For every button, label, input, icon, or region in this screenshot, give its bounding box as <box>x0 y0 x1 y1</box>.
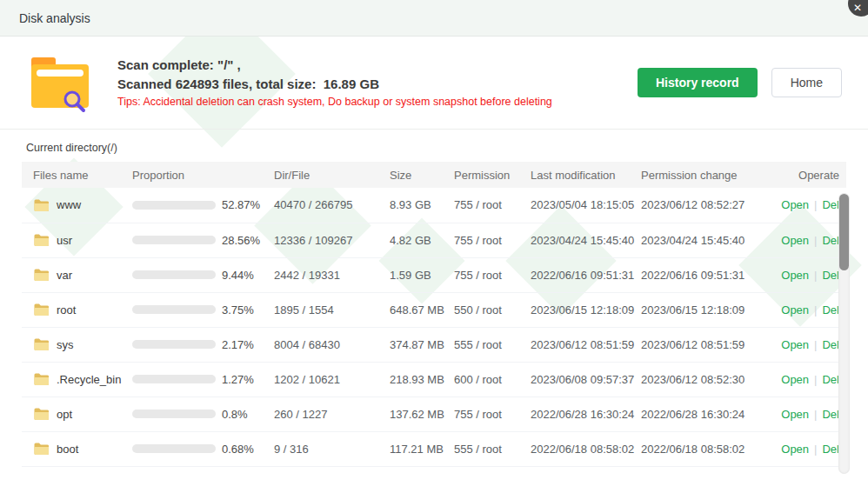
delete-link[interactable]: Del <box>822 443 839 456</box>
progress-bar <box>132 340 216 349</box>
permission-change-value: 2022/06/18 08:58:02 <box>641 431 765 466</box>
operate-cell: Open|Del <box>765 327 846 362</box>
open-link[interactable]: Open <box>781 234 809 247</box>
permission-value: 755 / root <box>454 257 531 292</box>
delete-link[interactable]: Del <box>822 269 839 282</box>
file-name: sys <box>57 338 74 351</box>
delete-link[interactable]: Del <box>822 198 839 211</box>
scan-tips: Tips: Accidental deletion can crash syst… <box>117 96 552 108</box>
folder-icon <box>33 198 49 212</box>
col-header-permission-change: Permission change <box>641 162 765 188</box>
action-separator: | <box>814 338 817 351</box>
history-record-button[interactable]: History record <box>638 68 758 97</box>
operate-cell: Open|Del <box>765 188 846 223</box>
dir-file-count: 8004 / 68430 <box>274 327 390 362</box>
delete-link[interactable]: Del <box>822 408 839 421</box>
dir-file-count: 1895 / 1554 <box>274 292 390 327</box>
file-name-cell: .Recycle_bin <box>33 372 132 386</box>
last-modification-value: 2023/06/12 08:51:59 <box>531 327 641 362</box>
proportion-value: 9.44% <box>222 269 254 282</box>
open-link[interactable]: Open <box>781 303 809 316</box>
progress-bar <box>132 201 216 210</box>
size-value: 137.62 MB <box>390 396 454 431</box>
file-name: var <box>57 269 72 282</box>
home-button[interactable]: Home <box>771 68 842 97</box>
action-separator: | <box>814 303 817 316</box>
permission-change-value: 2023/06/12 08:52:27 <box>641 188 765 223</box>
delete-link[interactable]: Del <box>822 234 839 247</box>
proportion-cell: 2.17% <box>132 338 274 351</box>
open-link[interactable]: Open <box>781 408 809 421</box>
open-link[interactable]: Open <box>781 443 809 456</box>
current-directory-label: Current directory(/) <box>26 142 842 154</box>
dir-file-count: 1202 / 10621 <box>274 362 390 396</box>
table-row: opt 0.8% 260 / 1227 137.62 MB 755 / root… <box>22 396 846 431</box>
table-header-row: Files name Proportion Dir/File Size Perm… <box>22 162 846 188</box>
progress-bar <box>132 270 216 279</box>
operate-cell: Open|Del <box>765 362 846 396</box>
permission-change-value: 2022/06/16 09:51:31 <box>641 257 765 292</box>
col-header-operate: Operate <box>765 162 846 188</box>
titlebar: Disk analysis <box>0 0 868 37</box>
delete-link[interactable]: Del <box>822 338 839 351</box>
dir-file-count: 260 / 1227 <box>274 396 390 431</box>
permission-change-value: 2022/06/28 16:30:24 <box>641 396 765 431</box>
folder-icon <box>33 442 49 456</box>
scrollbar-track[interactable] <box>838 193 850 474</box>
progress-bar <box>132 305 216 314</box>
permission-value: 555 / root <box>454 327 531 362</box>
dir-file-count: 40470 / 266795 <box>274 188 390 223</box>
progress-bar <box>132 236 216 244</box>
progress-bar <box>132 410 216 418</box>
dir-file-count: 12336 / 109267 <box>274 223 390 257</box>
file-name: boot <box>57 443 78 456</box>
table-row: root 3.75% 1895 / 1554 648.67 MB 550 / r… <box>22 292 846 327</box>
permission-value: 755 / root <box>454 223 531 257</box>
proportion-cell: 52.87% <box>132 198 274 211</box>
action-separator: | <box>814 234 817 247</box>
file-name: opt <box>57 408 72 421</box>
col-header-files-name: Files name <box>22 162 132 188</box>
scan-complete-line: Scan complete: "/" , <box>117 57 552 72</box>
delete-link[interactable]: Del <box>822 373 839 386</box>
scrollbar-thumb[interactable] <box>839 194 849 270</box>
col-header-size: Size <box>390 162 454 188</box>
folder-icon <box>33 372 49 386</box>
permission-value: 550 / root <box>454 292 531 327</box>
operate-cell: Open|Del <box>765 396 846 431</box>
file-name-cell: boot <box>33 442 132 456</box>
last-modification-value: 2023/05/04 18:15:05 <box>531 188 641 223</box>
proportion-value: 0.8% <box>222 408 248 421</box>
folder-icon <box>33 303 49 316</box>
table-row: www 52.87% 40470 / 266795 8.93 GB 755 / … <box>22 188 846 223</box>
permission-change-value: 2023/06/12 08:51:59 <box>641 327 765 362</box>
operate-cell: Open|Del <box>765 292 846 327</box>
size-value: 374.87 MB <box>390 327 454 362</box>
permission-change-value: 2023/06/15 12:18:09 <box>641 292 765 327</box>
file-name-cell: sys <box>33 337 132 351</box>
action-separator: | <box>814 198 817 211</box>
open-link[interactable]: Open <box>781 373 809 386</box>
permission-value: 755 / root <box>454 396 531 431</box>
delete-link[interactable]: Del <box>822 303 839 316</box>
proportion-cell: 28.56% <box>132 234 274 247</box>
open-link[interactable]: Open <box>781 269 809 282</box>
permission-change-value: 2023/06/12 08:52:30 <box>641 362 765 396</box>
table-row: usr 28.56% 12336 / 109267 4.82 GB 755 / … <box>22 223 846 257</box>
window-title: Disk analysis <box>19 11 90 25</box>
permission-value: 600 / root <box>454 362 531 396</box>
file-name-cell: root <box>33 303 132 316</box>
action-separator: | <box>814 373 817 386</box>
last-modification-value: 2023/04/24 15:45:40 <box>531 223 641 257</box>
open-link[interactable]: Open <box>781 338 809 351</box>
permission-value: 755 / root <box>454 188 531 223</box>
file-name-cell: www <box>33 198 132 212</box>
col-header-dir-file: Dir/File <box>274 162 390 188</box>
col-header-last-modification: Last modification <box>531 162 641 188</box>
open-link[interactable]: Open <box>781 198 809 211</box>
last-modification-value: 2022/06/28 16:30:24 <box>531 396 641 431</box>
operate-cell: Open|Del <box>765 223 846 257</box>
proportion-value: 1.27% <box>222 373 254 386</box>
last-modification-value: 2022/06/18 08:58:02 <box>531 431 641 466</box>
file-name: usr <box>57 234 72 247</box>
